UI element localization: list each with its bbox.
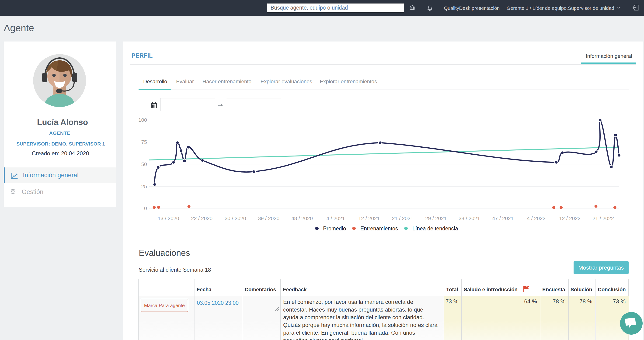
svg-text:21 / 2021: 21 / 2021 xyxy=(392,216,413,221)
svg-text:50: 50 xyxy=(141,161,147,167)
svg-text:30 / 2020: 30 / 2020 xyxy=(224,216,246,221)
svg-text:100: 100 xyxy=(138,117,147,123)
svg-text:4 / 2022: 4 / 2022 xyxy=(527,216,546,221)
svg-text:4 / 2021: 4 / 2021 xyxy=(326,216,345,221)
svg-text:48 / 2020: 48 / 2020 xyxy=(291,216,313,221)
svg-text:47 / 2021: 47 / 2021 xyxy=(492,216,514,221)
svg-text:12 / 2022: 12 / 2022 xyxy=(559,216,580,221)
svg-text:13 / 2020: 13 / 2020 xyxy=(158,216,179,221)
svg-text:75: 75 xyxy=(141,139,147,145)
svg-text:21 / 2022: 21 / 2022 xyxy=(592,216,614,221)
svg-text:12 / 2021: 12 / 2021 xyxy=(358,216,380,221)
svg-text:29 / 2021: 29 / 2021 xyxy=(425,216,447,221)
svg-text:38 / 2021: 38 / 2021 xyxy=(458,216,480,221)
svg-text:0: 0 xyxy=(144,206,147,211)
svg-text:25: 25 xyxy=(141,184,147,189)
svg-text:39 / 2020: 39 / 2020 xyxy=(258,216,280,221)
svg-text:22 / 2020: 22 / 2020 xyxy=(191,216,212,221)
